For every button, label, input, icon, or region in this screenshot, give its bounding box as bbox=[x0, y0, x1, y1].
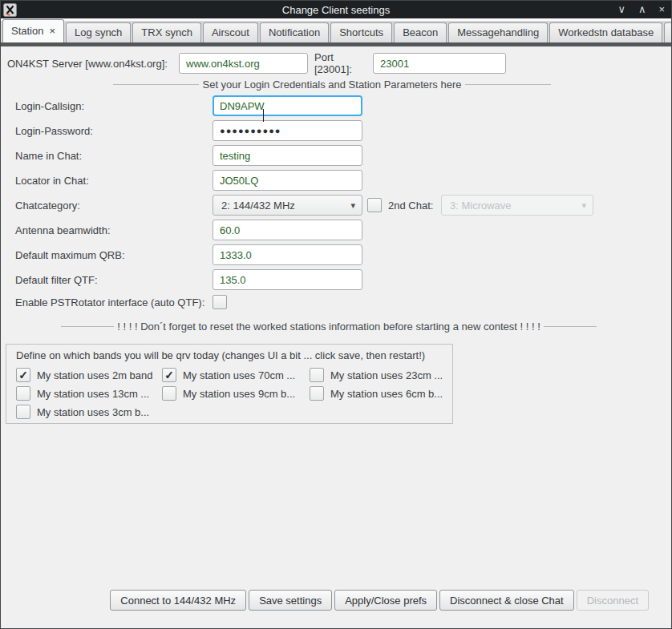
band-3cm: ✓ My station uses 3cm b... bbox=[16, 405, 162, 419]
server-row: ON4KST Server [www.on4kst.org]: Port [23… bbox=[1, 53, 671, 74]
band-9cm: ✓ My station uses 9cm b... bbox=[162, 386, 310, 401]
window-title: Change Client seetings bbox=[1, 4, 671, 16]
settings-form: Login-Callsign: DN9APW Login-Password: N… bbox=[1, 95, 671, 310]
tab-gui[interactable]: GUI bbox=[664, 22, 672, 42]
port-input[interactable] bbox=[373, 53, 506, 74]
pstrotator-row: Enable PSTRotator interface (auto QTF): … bbox=[1, 294, 671, 310]
tab-trx-synch[interactable]: TRX synch bbox=[132, 22, 201, 42]
second-chat-label: 2nd Chat: bbox=[388, 200, 441, 212]
tab-log-synch[interactable]: Log synch bbox=[66, 22, 131, 42]
chat-name-input[interactable] bbox=[213, 145, 362, 166]
chat-category-row: Chatcategory: 2: 144/432 MHz ▾ ✓ 2nd Cha… bbox=[1, 195, 671, 216]
password-label: Login-Password: bbox=[1, 125, 213, 137]
locator-label: Locator in Chat: bbox=[1, 175, 213, 187]
band-6cm-checkbox[interactable]: ✓ bbox=[310, 386, 324, 401]
app-logo-icon bbox=[3, 3, 17, 17]
tab-workedstn-database[interactable]: Workedstn database bbox=[549, 22, 662, 42]
band-70cm: ✓ My station uses 70cm ... bbox=[162, 368, 310, 382]
tabbar-separator bbox=[1, 42, 671, 46]
callsign-row: Login-Callsign: DN9APW bbox=[1, 95, 671, 116]
band-9cm-checkbox[interactable]: ✓ bbox=[162, 386, 176, 401]
second-chat-checkbox[interactable]: ✓ bbox=[367, 198, 382, 212]
callsign-input[interactable]: DN9APW bbox=[213, 95, 362, 116]
titlebar: Change Client seetings ∨ ∧ × bbox=[1, 1, 671, 18]
beamwidth-row: Antenna beamwidth: bbox=[1, 220, 671, 240]
credentials-divider: Set your Login Credentials and Station P… bbox=[113, 78, 551, 91]
locator-input[interactable] bbox=[213, 170, 362, 191]
chat-name-label: Name in Chat: bbox=[1, 150, 213, 162]
tab-close-icon[interactable]: × bbox=[49, 25, 55, 37]
max-qrb-row: Default maximum QRB: bbox=[1, 244, 671, 265]
disconnect-button: Disconnect bbox=[577, 590, 649, 611]
beamwidth-input[interactable] bbox=[213, 220, 362, 240]
port-label: Port [23001]: bbox=[314, 51, 373, 75]
chat-category-label: Chatcategory: bbox=[1, 200, 213, 212]
window-controls: ∨ ∧ × bbox=[617, 1, 665, 18]
tab-airscout[interactable]: Airscout bbox=[203, 22, 258, 42]
pstrotator-checkbox[interactable]: ✓ bbox=[213, 295, 227, 309]
tab-beacon[interactable]: Beacon bbox=[394, 22, 447, 42]
band-2m: ✓ My station uses 2m band bbox=[16, 368, 162, 382]
password-row: Login-Password: bbox=[1, 120, 671, 141]
band-13cm: ✓ My station uses 13cm ... bbox=[16, 386, 162, 401]
band-13cm-label: My station uses 13cm ... bbox=[37, 388, 149, 400]
band-9cm-label: My station uses 9cm b... bbox=[183, 388, 295, 400]
filter-qtf-row: Default filter QTF: bbox=[1, 269, 671, 290]
tab-shortcuts[interactable]: Shortcuts bbox=[330, 22, 392, 42]
band-70cm-checkbox[interactable]: ✓ bbox=[162, 368, 176, 382]
disconnect-close-chat-button[interactable]: Disconnect & close Chat bbox=[439, 590, 574, 611]
station-tab-panel: ON4KST Server [www.on4kst.org]: Port [23… bbox=[1, 53, 671, 424]
shade-icon[interactable]: ∨ bbox=[617, 1, 625, 18]
band-3cm-checkbox[interactable]: ✓ bbox=[16, 405, 30, 419]
band-2m-label: My station uses 2m band bbox=[37, 369, 153, 381]
password-input[interactable] bbox=[213, 120, 362, 141]
bands-groupbox: Define on which bands you will be qrv to… bbox=[6, 344, 453, 424]
band-6cm-label: My station uses 6cm b... bbox=[330, 388, 443, 400]
save-settings-button[interactable]: Save settings bbox=[249, 590, 332, 611]
check-icon: ✓ bbox=[18, 369, 28, 381]
band-23cm-label: My station uses 23cm ... bbox=[330, 369, 443, 381]
text-caret bbox=[263, 109, 264, 122]
tab-station[interactable]: Station× bbox=[2, 19, 64, 42]
band-13cm-checkbox[interactable]: ✓ bbox=[16, 386, 30, 401]
server-input[interactable] bbox=[179, 53, 308, 74]
maximize-icon[interactable]: ∧ bbox=[638, 1, 646, 18]
band-23cm: ✓ My station uses 23cm ... bbox=[310, 368, 446, 382]
callsign-label: Login-Callsign: bbox=[1, 100, 213, 112]
chevron-down-icon: ▾ bbox=[350, 200, 355, 211]
band-23cm-checkbox[interactable]: ✓ bbox=[310, 368, 324, 382]
max-qrb-input[interactable] bbox=[213, 244, 362, 265]
close-icon[interactable]: × bbox=[658, 1, 665, 18]
tab-notification[interactable]: Notification bbox=[260, 22, 329, 42]
tab-messagehandling[interactable]: Messagehandling bbox=[448, 22, 548, 42]
beamwidth-label: Antenna beamwidth: bbox=[1, 224, 213, 236]
locator-row: Locator in Chat: bbox=[1, 170, 671, 191]
max-qrb-label: Default maximum QRB: bbox=[1, 249, 213, 261]
filter-qtf-input[interactable] bbox=[213, 269, 362, 290]
bands-grid: ✓ My station uses 2m band ✓ My station u… bbox=[16, 368, 446, 419]
second-chat-dropdown: 3: Microwave ▾ bbox=[441, 195, 593, 216]
band-6cm: ✓ My station uses 6cm b... bbox=[310, 386, 446, 401]
connect-button[interactable]: Connect to 144/432 MHz bbox=[110, 590, 246, 611]
tab-bar: Station× Log synch TRX synch Airscout No… bbox=[1, 18, 671, 42]
server-label: ON4KST Server [www.on4kst.org]: bbox=[7, 58, 179, 70]
band-2m-checkbox[interactable]: ✓ bbox=[16, 368, 30, 382]
band-70cm-label: My station uses 70cm ... bbox=[183, 369, 295, 381]
apply-close-prefs-button[interactable]: Apply/Close prefs bbox=[334, 590, 437, 611]
settings-window: Change Client seetings ∨ ∧ × Station× Lo… bbox=[0, 0, 672, 629]
filter-qtf-label: Default filter QTF: bbox=[1, 274, 213, 286]
footer-button-bar: Connect to 144/432 MHz Save settings App… bbox=[1, 590, 671, 611]
band-3cm-label: My station uses 3cm b... bbox=[37, 406, 149, 418]
check-icon: ✓ bbox=[164, 369, 174, 381]
warning-divider: ! ! ! ! Don´t forget to reset the worked… bbox=[61, 320, 597, 333]
chat-name-row: Name in Chat: bbox=[1, 145, 671, 166]
bands-group-title: Define on which bands you will be qrv to… bbox=[16, 349, 446, 361]
chat-category-dropdown[interactable]: 2: 144/432 MHz ▾ bbox=[213, 195, 362, 216]
pstrotator-label: Enable PSTRotator interface (auto QTF): bbox=[1, 296, 213, 308]
chevron-down-icon: ▾ bbox=[581, 200, 586, 211]
